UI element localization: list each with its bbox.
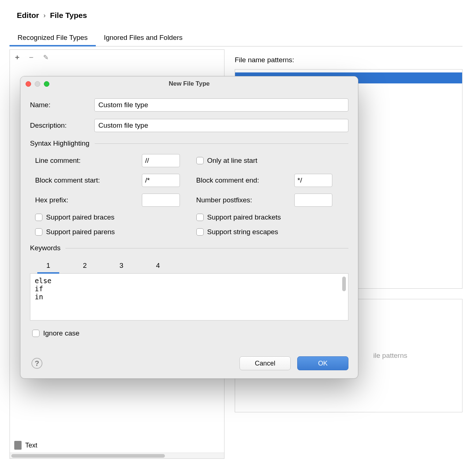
dialog-title: New File Type [20, 80, 358, 87]
block-start-label: Block comment start: [35, 176, 137, 184]
file-types-toolbar: + − ✎ [10, 49, 224, 65]
breadcrumb-file-types: File Types [50, 11, 87, 20]
line-comment-field[interactable] [142, 154, 180, 167]
braces-checkbox[interactable] [35, 214, 42, 221]
divider [95, 143, 348, 144]
keywords-textarea[interactable]: else if in [30, 274, 348, 321]
ok-button[interactable]: OK [297, 356, 348, 370]
keywords-section-label: Keywords [30, 244, 60, 252]
name-label: Name: [30, 101, 94, 109]
name-field[interactable] [94, 98, 348, 112]
escapes-label: Support string escapes [207, 228, 278, 236]
dialog-titlebar[interactable]: New File Type [20, 76, 358, 91]
tab-recognized[interactable]: Recognized File Types [10, 30, 96, 46]
num-postfix-field[interactable] [294, 194, 332, 207]
parens-label: Support paired parens [46, 228, 115, 236]
list-item[interactable]: Text [10, 438, 224, 453]
only-line-start-label: Only at line start [207, 157, 257, 165]
scrollbar-thumb[interactable] [11, 454, 165, 458]
cancel-button[interactable]: Cancel [239, 356, 291, 370]
divider [65, 248, 348, 248]
tabs: Recognized File Types Ignored Files and … [10, 30, 462, 46]
num-postfix-label: Number postfixes: [196, 196, 290, 204]
remove-icon[interactable]: − [29, 53, 33, 61]
keyword-tab-2[interactable]: 2 [67, 259, 103, 273]
new-file-type-dialog: New File Type Name: Description: Syntax … [20, 76, 358, 379]
patterns-label: File name patterns: [235, 56, 462, 64]
add-icon[interactable]: + [15, 53, 19, 61]
syntax-section-label: Syntax Highlighting [30, 139, 90, 147]
block-end-label: Block comment end: [196, 176, 290, 184]
syntax-section-header: Syntax Highlighting [30, 139, 348, 147]
block-end-field[interactable] [294, 174, 332, 187]
dialog-body: Name: Description: Syntax Highlighting L… [20, 91, 358, 378]
breadcrumb: Editor › File Types [17, 11, 462, 20]
list-item-label: Text [25, 442, 37, 449]
dialog-footer: ? Cancel OK [30, 356, 348, 370]
parens-checkbox[interactable] [35, 228, 42, 236]
scrollbar-thumb[interactable] [342, 277, 346, 291]
hex-prefix-field[interactable] [142, 194, 180, 207]
hint-text: ile patterns [373, 352, 462, 360]
keyword-tab-3[interactable]: 3 [103, 259, 140, 273]
horizontal-scrollbar[interactable] [10, 453, 224, 458]
keywords-section-header: Keywords [30, 244, 348, 252]
description-label: Description: [30, 121, 94, 130]
brackets-checkbox[interactable] [196, 214, 204, 221]
only-line-start-checkbox[interactable] [196, 157, 204, 164]
text-file-icon [14, 441, 22, 450]
breadcrumb-editor[interactable]: Editor [17, 11, 39, 20]
ignore-case-label: Ignore case [43, 329, 79, 337]
hex-prefix-label: Hex prefix: [35, 196, 137, 204]
help-icon[interactable]: ? [31, 358, 42, 369]
syntax-grid: Line comment: Only at line start Block c… [30, 154, 348, 236]
chevron-right-icon: › [44, 12, 46, 19]
line-comment-label: Line comment: [35, 157, 137, 165]
ignore-case-checkbox[interactable] [32, 330, 39, 337]
block-start-field[interactable] [142, 174, 180, 187]
edit-icon[interactable]: ✎ [43, 54, 49, 61]
braces-label: Support paired braces [46, 213, 114, 221]
description-field[interactable] [94, 119, 348, 132]
keyword-tab-4[interactable]: 4 [140, 259, 176, 273]
keyword-tab-1[interactable]: 1 [30, 259, 67, 273]
brackets-label: Support paired brackets [207, 213, 281, 221]
keyword-tabs: 1 2 3 4 [30, 259, 348, 274]
escapes-checkbox[interactable] [196, 228, 204, 236]
tab-ignored[interactable]: Ignored Files and Folders [96, 30, 190, 46]
